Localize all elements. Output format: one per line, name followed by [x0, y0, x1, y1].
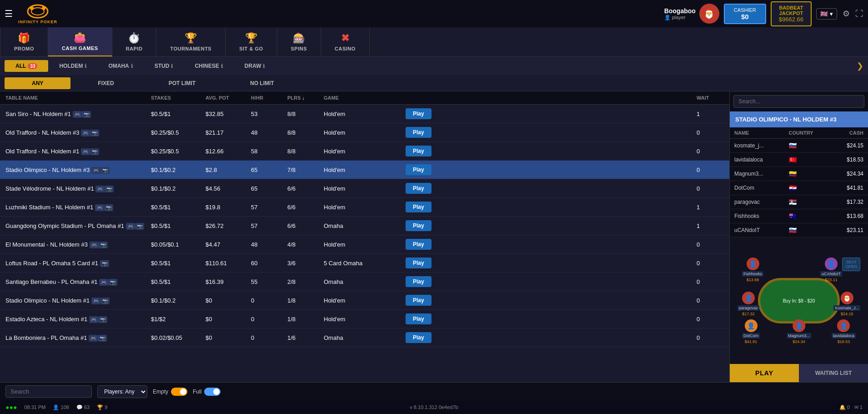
- language-button[interactable]: 🇬🇧 ▾: [816, 8, 837, 20]
- play-button[interactable]: Play: [406, 108, 431, 119]
- play-button[interactable]: Play: [406, 146, 431, 157]
- row-game: Hold'em: [324, 167, 406, 173]
- row-avg-pot: $2.8: [206, 167, 251, 173]
- seat-open[interactable]: SEATOPEN: [842, 257, 860, 271]
- play-button[interactable]: Play: [406, 313, 431, 324]
- play-button[interactable]: Play: [406, 295, 431, 306]
- table-row[interactable]: Stade Vélodrome - NL Holdem #1 🎮📷 $0.1/$…: [0, 179, 729, 198]
- filter-stud[interactable]: STUD ℹ: [144, 60, 184, 72]
- search-input[interactable]: [5, 385, 92, 398]
- filter-all-badge: 33: [28, 63, 37, 69]
- nav-tournaments[interactable]: 🏆 TOURNAMENTS: [156, 27, 226, 56]
- row-play: Play: [406, 239, 697, 250]
- row-avg-pot: $110.61: [206, 260, 251, 267]
- table-row[interactable]: La Bomboniera - PL Omaha #1 🎮📷 $0.02/$0.…: [0, 328, 729, 347]
- bottom-bar: Players: Any Players: 1+ Players: 2+ Pla…: [0, 382, 868, 400]
- row-hhr: 65: [251, 167, 287, 173]
- filter-chinese[interactable]: CHINESE ℹ: [184, 60, 233, 72]
- settings-button[interactable]: ⚙: [843, 9, 850, 19]
- nav-rapid[interactable]: ⏱️ RAPID: [112, 27, 157, 56]
- logo: INFINITY POKER: [17, 4, 58, 24]
- play-button[interactable]: Play: [406, 127, 431, 138]
- filter-next-arrow[interactable]: ❯: [857, 61, 863, 71]
- row-game: Hold'em: [324, 241, 406, 248]
- fullscreen-button[interactable]: ⛶: [855, 9, 863, 19]
- table-row[interactable]: San Siro - NL Holdem #1 🎮📷 $0.5/$1 $32.8…: [0, 105, 729, 123]
- row-game: Hold'em: [324, 129, 406, 136]
- row-game: 5 Card Omaha: [324, 260, 406, 267]
- row-avg-pot: $0: [206, 316, 251, 323]
- row-wait: 0: [697, 129, 724, 136]
- filter-chinese-info: ℹ: [221, 63, 223, 69]
- seat-name: paragovac: [738, 305, 759, 311]
- row-game: Hold'em: [324, 111, 406, 117]
- avatar: 👤: [742, 292, 755, 304]
- limit-no[interactable]: NO LIMIT: [223, 77, 301, 89]
- limit-no-label: NO LIMIT: [250, 80, 274, 86]
- table-row[interactable]: Estadio Azteca - NL Holdem #1 🎮📷 $1/$2 $…: [0, 310, 729, 328]
- row-game: Hold'em: [324, 148, 406, 155]
- username: Boogaboo: [664, 7, 696, 15]
- play-button[interactable]: Play: [406, 239, 431, 250]
- play-button[interactable]: Play: [406, 164, 431, 175]
- nav-spins-label: SPINS: [291, 46, 307, 51]
- empty-toggle[interactable]: [171, 388, 187, 396]
- cashier-button[interactable]: CASHIER $0: [724, 4, 766, 24]
- play-table-button[interactable]: PLAY: [730, 364, 799, 382]
- waiting-list-button[interactable]: WAITING LIST: [799, 364, 868, 382]
- play-button[interactable]: Play: [406, 202, 431, 212]
- col-game: GAME: [324, 95, 406, 101]
- row-plrs: 6/6: [287, 185, 324, 192]
- limit-fixed[interactable]: FIXED: [70, 77, 141, 89]
- play-button[interactable]: Play: [406, 220, 431, 231]
- table-row-selected[interactable]: Stadio Olimpico - NL Holdem #3 🎮📷 $0.1/$…: [0, 161, 729, 179]
- row-avg-pot: $12.66: [206, 148, 251, 155]
- nav-sit-go[interactable]: 🏆 SIT & GO: [226, 27, 277, 56]
- filter-draw[interactable]: DRAW ℹ: [234, 60, 276, 72]
- play-button[interactable]: Play: [406, 257, 431, 268]
- flag-icon: 🇬🇧: [820, 10, 828, 17]
- right-panel: STADIO OLIMPICO - NL HOLDEM #3 NAME COUN…: [729, 91, 868, 382]
- filter-all[interactable]: ALL 33: [5, 60, 48, 72]
- right-panel-search[interactable]: [733, 95, 864, 108]
- player-row: Magnum3... 🇨🇴 $24.34: [730, 167, 868, 181]
- limit-bar: ANY FIXED POT LIMIT NO LIMIT: [0, 75, 868, 91]
- play-button[interactable]: Play: [406, 276, 431, 287]
- full-toggle[interactable]: [204, 388, 221, 396]
- filter-omaha-label: OMAHA: [108, 63, 129, 69]
- right-bottom-buttons: PLAY WAITING LIST: [730, 364, 868, 382]
- play-button[interactable]: Play: [406, 332, 431, 343]
- row-name: La Bomboniera - PL Omaha #1 🎮📷: [5, 334, 151, 341]
- row-hhr: 55: [251, 278, 287, 285]
- nav-cash-games[interactable]: 👛 CASH GAMES: [48, 27, 112, 56]
- play-button[interactable]: Play: [406, 183, 431, 194]
- table-row[interactable]: Loftus Road - PL Omaha 5 Card #1 📷 $0.5/…: [0, 254, 729, 273]
- table-row[interactable]: Santiago Bernabeu - PL Omaha #1 🎮📷 $0.5/…: [0, 273, 729, 291]
- badbeat-label: BADBEATJACKPOT: [779, 5, 803, 16]
- row-plrs: 8/8: [287, 129, 324, 136]
- row-hhr: 48: [251, 129, 287, 136]
- table-row[interactable]: Old Trafford - NL Holdem #1 🎮📷 $0.25/$0.…: [0, 142, 729, 161]
- table-row[interactable]: Stadio Olimpico - NL Holdem #1 🎮📷 $0.1/$…: [0, 291, 729, 310]
- limit-pot[interactable]: POT LIMIT: [141, 77, 223, 89]
- player-country: 🇸🇮: [784, 139, 832, 153]
- row-play: Play: [406, 295, 697, 306]
- nav-casino[interactable]: ✖ CASINO: [321, 27, 370, 56]
- table-row[interactable]: El Monumental - NL Holdem #3 🎮📷 $0.05/$0…: [0, 235, 729, 254]
- limit-any[interactable]: ANY: [5, 77, 70, 89]
- seat-dotcom: 👤 DotCom $41.81: [742, 319, 760, 344]
- badbeat-button[interactable]: BADBEATJACKPOT $9662.66: [771, 1, 812, 26]
- player-country: 🇭🇷: [784, 181, 832, 195]
- table-row[interactable]: Old Trafford - NL Holdem #3 🎮📷 $0.25/$0.…: [0, 123, 729, 142]
- table-row[interactable]: Guangdong Olympic Stadium - PL Omaha #1 …: [0, 217, 729, 235]
- nav-spins[interactable]: 🎰 SPINS: [277, 27, 321, 56]
- menu-icon[interactable]: ☰: [5, 8, 13, 19]
- filter-holdem[interactable]: HOLDEM ℹ: [48, 60, 97, 72]
- nav-promo[interactable]: 🎁 PROMO: [0, 27, 48, 56]
- players-filter[interactable]: Players: Any Players: 1+ Players: 2+ Pla…: [97, 385, 147, 398]
- seat-paragovac: 👤 paragovac $17.32: [738, 292, 759, 316]
- row-name: Stadio Olimpico - NL Holdem #3 🎮📷: [5, 167, 151, 173]
- table-row[interactable]: Luzhniki Stadium - NL Holdem #1 🎮📷 $0.5/…: [0, 198, 729, 217]
- row-avg-pot: $0: [206, 297, 251, 304]
- filter-omaha[interactable]: OMAHA ℹ: [97, 60, 143, 72]
